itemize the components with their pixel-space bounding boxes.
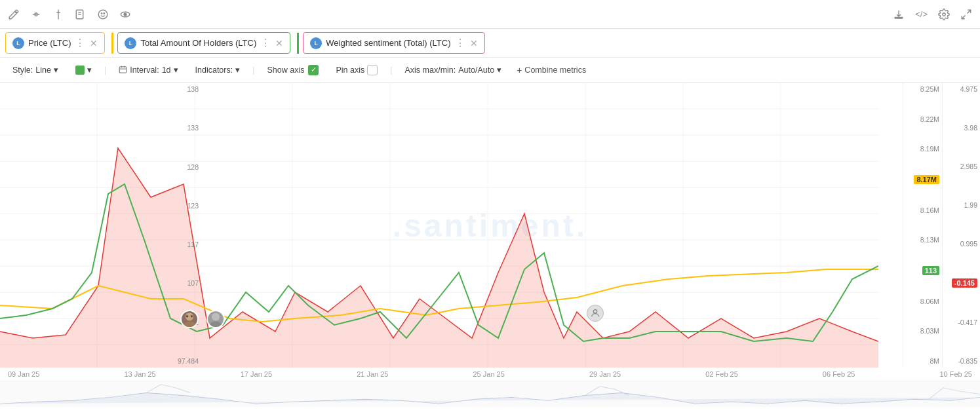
y-label-4: 117 xyxy=(168,240,199,248)
chart-area: .santiment. xyxy=(0,83,980,368)
fullscreen-btn[interactable] xyxy=(960,9,972,20)
embed-btn[interactable]: </> xyxy=(915,9,928,19)
show-axis-checkbox[interactable]: ✓ xyxy=(308,65,319,75)
mini-chart-svg xyxy=(0,381,980,407)
holders-current-badge: 113 xyxy=(922,266,939,275)
y-label-7: 97.484 xyxy=(168,357,199,365)
svg-point-8 xyxy=(101,12,102,14)
svg-point-13 xyxy=(943,12,946,16)
svg-rect-16 xyxy=(119,67,126,73)
metric-tab-sentiment[interactable]: L Weighted sentiment (Total) (LTC) ⋮ ✕ xyxy=(303,32,484,54)
svg-point-43 xyxy=(212,313,220,321)
metric-close-price[interactable]: ✕ xyxy=(90,39,98,48)
indicators-label: Indicators: xyxy=(195,66,233,75)
metric-menu-sentiment[interactable]: ⋮ xyxy=(455,37,466,49)
svg-line-14 xyxy=(968,10,971,13)
interval-label: Interval: xyxy=(130,66,159,75)
interval-value: 1d xyxy=(162,66,171,75)
x-label-2: 17 Jan 25 xyxy=(241,370,272,381)
minus-crosshair-tool[interactable] xyxy=(30,9,42,20)
style-value: Line xyxy=(35,66,51,75)
svg-line-15 xyxy=(962,15,965,18)
metric-close-sentiment[interactable]: ✕ xyxy=(470,39,478,48)
axis-maxmin-chevron: ▾ xyxy=(497,65,501,75)
interval-icon xyxy=(119,66,127,74)
color-chevron: ▾ xyxy=(87,65,92,75)
metric-tab-holders[interactable]: L Total Amount Of Holders (LTC) ⋮ ✕ xyxy=(117,32,290,54)
metric-label-holders: Total Amount Of Holders (LTC) xyxy=(140,38,256,48)
metric-label-price: Price (LTC) xyxy=(28,38,71,48)
x-label-0: 09 Jan 25 xyxy=(8,370,39,381)
draw-tool[interactable] xyxy=(8,9,20,20)
x-label-6: 02 Feb 25 xyxy=(705,370,738,381)
x-label-4: 25 Jan 25 xyxy=(473,370,505,381)
download-btn[interactable] xyxy=(893,9,905,20)
ltc-badge-sentiment: L xyxy=(310,37,322,49)
divider-3: | xyxy=(390,66,392,75)
y-label-2: 128 xyxy=(168,163,199,171)
pin-tool[interactable] xyxy=(52,9,64,20)
divider-2: | xyxy=(252,66,254,75)
divider-1: | xyxy=(104,66,106,75)
metric-menu-holders[interactable]: ⋮ xyxy=(260,37,271,49)
metric-menu-price[interactable]: ⋮ xyxy=(75,37,86,49)
y-label-1: 133 xyxy=(168,124,199,132)
options-bar: Style: Line ▾ ▾ | Interval: 1d ▾ Indicat… xyxy=(0,58,980,83)
x-label-1: 13 Jan 25 xyxy=(124,370,155,381)
indicators-selector[interactable]: Indicators: ▾ xyxy=(191,63,245,77)
note-tool[interactable] xyxy=(75,9,87,20)
combine-plus-icon: + xyxy=(517,65,522,75)
svg-point-45 xyxy=(593,310,597,313)
metric-close-holders[interactable]: ✕ xyxy=(275,39,283,48)
chart-svg xyxy=(0,83,878,368)
metric-tab-price[interactable]: L Price (LTC) ⋮ ✕ xyxy=(5,32,105,54)
settings-btn[interactable] xyxy=(938,9,950,20)
combine-label: Combine metrics xyxy=(524,66,586,75)
avatar-2 xyxy=(206,310,225,328)
metric-separator-holders xyxy=(297,33,299,54)
style-selector[interactable]: Style: Line ▾ xyxy=(8,63,63,77)
show-axis-label: Show axis xyxy=(267,66,304,75)
pin-axis-checkbox[interactable] xyxy=(367,65,378,75)
style-chevron: ▾ xyxy=(54,65,58,75)
mini-chart xyxy=(0,381,980,407)
show-axis-control[interactable]: Show axis ✓ xyxy=(262,63,323,77)
sentiment-current-badge: -0.145 xyxy=(952,278,977,288)
axis-maxmin-selector[interactable]: Axis max/min: Auto/Auto ▾ xyxy=(400,63,506,77)
y-label-0: 138 xyxy=(168,85,199,93)
y-label-5: 107 xyxy=(168,279,199,287)
y-label-3: 123 xyxy=(168,202,199,210)
svg-point-7 xyxy=(98,10,108,19)
metrics-bar: L Price (LTC) ⋮ ✕ L Total Amount Of Hold… xyxy=(0,29,980,58)
avatar-1 xyxy=(180,310,199,328)
pin-axis-control[interactable]: Pin axis xyxy=(331,63,382,77)
pin-axis-label: Pin axis xyxy=(336,66,364,75)
eye-tool[interactable] xyxy=(119,9,131,20)
y-axis-middle: 8.25M 8.22M 8.19M 8.17M 8.16M 8.13M 113 … xyxy=(903,83,941,368)
svg-point-11 xyxy=(124,13,127,16)
color-selector[interactable]: ▾ xyxy=(71,63,96,77)
x-label-8: 10 Feb 25 xyxy=(939,370,972,381)
svg-point-42 xyxy=(191,315,193,317)
svg-marker-38 xyxy=(0,148,878,368)
metric-label-sentiment: Weighted sentiment (Total) (LTC) xyxy=(326,38,450,48)
y-axis-right: 4.975 3.98 2.985 1.99 0.995 -0.145 -0.41… xyxy=(942,83,980,368)
top-toolbar: </> xyxy=(0,0,980,29)
svg-rect-12 xyxy=(895,17,903,18)
toolbar-right: </> xyxy=(893,9,972,20)
axis-maxmin-value: Auto/Auto xyxy=(458,66,494,75)
color-box-green xyxy=(75,66,85,75)
emoji-tool[interactable] xyxy=(97,9,109,20)
x-axis: 09 Jan 25 13 Jan 25 17 Jan 25 21 Jan 25 … xyxy=(0,368,980,381)
indicators-chevron: ▾ xyxy=(235,65,240,75)
metric-separator-price xyxy=(111,33,113,54)
x-label-7: 06 Feb 25 xyxy=(823,370,855,381)
ltc-badge-price: L xyxy=(12,37,24,49)
ltc-badge-holders: L xyxy=(125,37,136,49)
interval-chevron: ▾ xyxy=(174,65,178,75)
interval-selector[interactable]: Interval: 1d ▾ xyxy=(114,63,182,77)
combine-metrics-btn[interactable]: + Combine metrics xyxy=(517,65,586,75)
x-label-5: 29 Jan 25 xyxy=(589,370,621,381)
svg-point-9 xyxy=(104,12,105,14)
user-icon[interactable] xyxy=(587,305,604,322)
